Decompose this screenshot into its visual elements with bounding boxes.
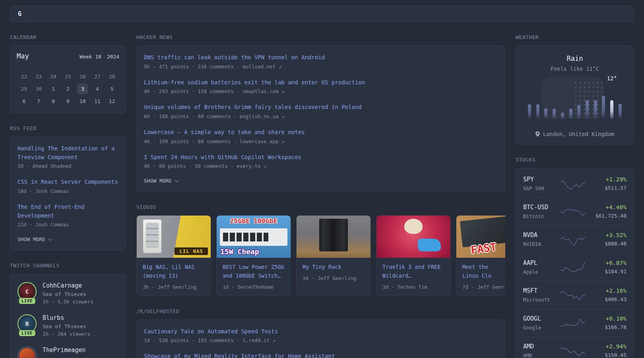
rss-list: Handling The Indentation of a Treeview C… xyxy=(17,144,118,228)
twitch-channel-name[interactable]: CohhCarnage xyxy=(43,282,93,289)
stock-price: $406.43 xyxy=(588,296,627,302)
feed-item-title[interactable]: I Spent 24 Hours with GitHub Copilot Wor… xyxy=(144,153,498,162)
video-card-body: Meet the Linux Clu 7d · Jeff Geerling xyxy=(456,258,505,296)
stock-row[interactable]: AMD AMD +2.94% $150.45 xyxy=(523,337,627,358)
feed-item-meta: 3d · Ahmad Shadeed xyxy=(17,163,118,169)
calendar-weekday xyxy=(90,66,105,70)
video-title-line[interactable]: Meet the xyxy=(462,263,505,272)
calendar-days-grid: 222324252627282930123456789101112 xyxy=(17,70,119,107)
calendar-day: 5 xyxy=(105,83,119,95)
feed-item: Unique volumes of Brothers Grimm fairy t… xyxy=(144,103,498,119)
rss-show-more-button[interactable]: SHOW MORE xyxy=(17,236,52,242)
twitch-channel-name[interactable]: Blurbs xyxy=(43,314,90,321)
weather-bar-column xyxy=(577,86,580,119)
feed-item: Lowercase — A simple way to take and sha… xyxy=(144,128,498,144)
weather-feels-like: Feels like 11°C xyxy=(524,66,626,72)
twitch-channel-meta: 1h · 5.5k viewers xyxy=(43,299,93,305)
video-card[interactable]: My Tiny Rack 3d · Jeff Geerling xyxy=(296,215,371,296)
rss-widget: Handling The Indentation of a Treeview C… xyxy=(10,136,126,251)
calendar-day: 11 xyxy=(90,95,105,107)
video-thumbnail[interactable] xyxy=(297,216,370,258)
video-card[interactable]: FAST Meet the Linux Clu 7d · Jeff Geerli… xyxy=(456,215,505,296)
stock-change-percent: +0.10% xyxy=(588,315,627,322)
weather-bar-column xyxy=(528,86,531,119)
video-title-line[interactable]: My Tiny Rack xyxy=(303,263,365,272)
feed-item-meta: 22d · Josh Comeau xyxy=(17,222,118,228)
video-title-line[interactable]: Linux Clu xyxy=(462,272,505,280)
video-thumbnail[interactable]: 25GbE 100GbE 15W Cheap xyxy=(217,216,291,258)
calendar-weekday xyxy=(61,66,76,70)
video-card[interactable]: 25GbE 100GbE 15W Cheap BEST Low Power 25… xyxy=(216,215,291,296)
stock-sparkline xyxy=(561,344,585,358)
weather-bar xyxy=(561,113,564,119)
video-title-line[interactable]: BEST Low Power 25GbE xyxy=(223,263,285,272)
calendar-day: 1 xyxy=(46,83,61,95)
videos-section-label: VIDEOS xyxy=(136,204,505,210)
twitch-channel-name[interactable]: ThePrimeagen xyxy=(43,346,85,354)
twitch-channel-row[interactable]: C LIVE CohhCarnage Sea of Thieves 1h · 5… xyxy=(17,282,118,305)
video-title-line[interactable]: Big NAS, Lil NAS xyxy=(143,263,205,272)
twitch-channel-row[interactable]: ThePrimeagen xyxy=(17,346,118,358)
weather-bar xyxy=(569,109,572,119)
rss-section-label: RSS FEED xyxy=(10,125,126,131)
stock-row[interactable]: BTC-USD Bitcoin +4.40% $61,725.48 xyxy=(523,197,627,225)
stock-price: $184.91 xyxy=(588,268,627,274)
video-card[interactable]: Traefik 3 and FREE Wildcard… 3d · Techno… xyxy=(376,215,451,296)
video-title-line[interactable]: and 100GbE Switch… xyxy=(223,272,285,280)
feed-item-title[interactable]: DNS traffic can leak outside the VPN tun… xyxy=(144,53,498,62)
feed-item-title[interactable]: Cautionary Tale on Automated Speed Tests xyxy=(144,327,498,336)
weather-bar-column xyxy=(594,86,597,119)
middle-column: HACKER NEWS DNS traffic can leak outside… xyxy=(136,22,505,358)
video-thumbnail[interactable]: LIL NAS xyxy=(137,216,211,258)
stock-row[interactable]: MSFT Microsoft +2.16% $406.43 xyxy=(523,281,627,309)
weather-bar xyxy=(619,104,622,119)
calendar-day: 12 xyxy=(105,95,119,107)
video-thumbnail[interactable]: FAST xyxy=(456,216,505,258)
weather-bar xyxy=(553,109,556,119)
weather-bar-column xyxy=(602,86,605,119)
stock-row[interactable]: AAPL Apple +6.87% $184.91 xyxy=(523,253,627,281)
video-meta: 3h · Jeff Geerling xyxy=(143,284,205,290)
feed-item-title[interactable]: Unique volumes of Brothers Grimm fairy t… xyxy=(144,103,498,112)
twitch-channel-row[interactable]: B LIVE Blurbs Sea of Thieves 1h · 264 vi… xyxy=(17,314,118,337)
feed-item-title[interactable]: Lowercase — A simple way to take and sha… xyxy=(144,128,498,137)
video-title-line[interactable]: Wildcard… xyxy=(382,272,444,280)
feed-item-title[interactable]: Handling The Indentation of a Treeview C… xyxy=(17,144,118,161)
stock-name: AMD xyxy=(523,352,557,358)
twitch-channel-info: ThePrimeagen xyxy=(43,346,85,358)
calendar-day: 3 xyxy=(75,83,90,95)
twitch-channel-meta: 1h · 264 viewers xyxy=(43,331,90,337)
video-meta: 1d · ServeTheHome xyxy=(223,284,285,290)
weather-bar xyxy=(594,100,597,119)
avatar xyxy=(19,348,35,358)
hackernews-show-more-button[interactable]: SHOW MORE xyxy=(144,178,178,184)
video-thumbnail[interactable] xyxy=(376,216,450,258)
stock-row[interactable]: NVDA NVIDIA +3.52% $888.40 xyxy=(523,225,627,253)
video-title-line[interactable]: Traefik 3 and FREE xyxy=(382,263,444,272)
stock-name: Microsoft xyxy=(523,297,557,303)
video-title-line[interactable]: (moving 13) xyxy=(143,272,205,280)
feed-item: Handling The Indentation of a Treeview C… xyxy=(17,144,118,169)
stock-row[interactable]: GOOGL Google +0.10% $166.78 xyxy=(523,309,627,337)
stock-id: SPY S&P 500 xyxy=(523,176,557,191)
feed-item-meta: 4h · 243 points · 158 comments · newatla… xyxy=(144,88,498,94)
feed-item-title[interactable]: CSS in React Server Components xyxy=(17,178,118,187)
calendar-weekday xyxy=(75,66,90,70)
location-pin-icon xyxy=(535,131,540,137)
feed-item-title[interactable]: Lithium-free sodium batteries exit the l… xyxy=(144,78,498,87)
weather-bar-column xyxy=(586,86,589,119)
video-meta: 3d · Techno Tim xyxy=(382,284,444,290)
stock-values: +6.87% $184.91 xyxy=(588,260,627,274)
feed-item-title[interactable]: The End of Front-End Development xyxy=(17,203,118,220)
live-badge: LIVE xyxy=(19,298,35,304)
stock-name: Bitcoin xyxy=(523,213,557,219)
weather-bar xyxy=(536,104,539,119)
stock-sparkline xyxy=(561,316,585,330)
stock-row[interactable]: SPY S&P 500 +1.29% $511.57 xyxy=(523,170,627,197)
selfhosted-section-label: /R/SELFHOSTED xyxy=(136,308,505,314)
video-card-body: BEST Low Power 25GbE and 100GbE Switch… … xyxy=(217,258,291,296)
video-card[interactable]: LIL NAS Big NAS, Lil NAS (moving 13) 3h … xyxy=(136,215,211,296)
calendar-week: Week 18 xyxy=(80,54,101,60)
feed-item-title[interactable]: Showcase of my Mixed Reality Interface f… xyxy=(144,352,498,358)
stock-id: BTC-USD Bitcoin xyxy=(523,204,557,219)
